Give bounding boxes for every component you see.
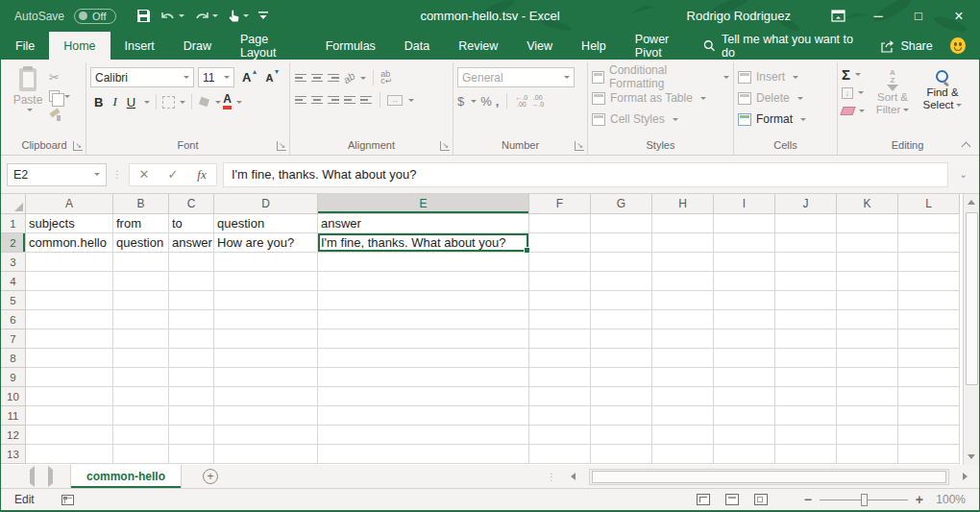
font-dialog-launcher-icon[interactable]: ↘	[277, 141, 286, 151]
cell-F11[interactable]	[529, 406, 591, 426]
redo-icon[interactable]	[191, 8, 221, 24]
cell-C10[interactable]	[169, 387, 214, 406]
accounting-format-icon[interactable]: $	[457, 94, 464, 109]
wrap-text-icon[interactable]: abc↵	[380, 71, 392, 85]
cell-styles-button[interactable]: Cell Styles	[592, 110, 729, 128]
cell-D7[interactable]	[214, 329, 318, 349]
cell-B12[interactable]	[113, 426, 169, 445]
cell-L1[interactable]	[898, 214, 960, 233]
formula-bar-expand-icon[interactable]: ⌄	[954, 169, 973, 180]
align-center-icon[interactable]	[310, 96, 324, 105]
column-header-F[interactable]: F	[529, 194, 591, 214]
bottom-align-icon[interactable]	[327, 74, 340, 83]
cell-E7[interactable]	[318, 329, 529, 349]
cell-L5[interactable]	[898, 291, 960, 310]
tab-view[interactable]: View	[512, 32, 567, 60]
cell-L7[interactable]	[898, 329, 960, 349]
feedback-smiley-icon[interactable]	[950, 37, 966, 54]
cell-D1[interactable]: question	[214, 214, 318, 233]
cell-J3[interactable]	[775, 253, 837, 272]
cell-E2[interactable]: I'm fine, thanks. What about you?	[318, 233, 529, 253]
scroll-down-icon[interactable]	[964, 449, 980, 465]
cell-E5[interactable]	[318, 291, 529, 310]
tab-review[interactable]: Review	[444, 32, 512, 60]
decrease-decimal-icon[interactable]: .00→.0	[531, 94, 544, 108]
font-color-icon[interactable]: A	[223, 94, 232, 110]
autosum-button[interactable]: Σ	[842, 67, 865, 82]
font-name-select[interactable]: Calibri	[90, 67, 194, 87]
cell-A6[interactable]	[26, 310, 113, 329]
cell-D4[interactable]	[214, 272, 318, 291]
cell-L11[interactable]	[898, 406, 960, 426]
hscroll-right-icon[interactable]	[957, 469, 973, 485]
row-header-1[interactable]: 1	[1, 214, 26, 233]
enter-button[interactable]: ✓	[159, 167, 187, 182]
fill-button[interactable]: ↓	[842, 85, 865, 100]
cell-K1[interactable]	[837, 214, 898, 233]
cell-B6[interactable]	[113, 310, 169, 329]
cell-D10[interactable]	[214, 387, 318, 406]
column-header-E[interactable]: E	[318, 194, 529, 214]
copy-button[interactable]	[49, 89, 70, 103]
tabbar-drag-handle[interactable]: ⋮	[547, 472, 557, 482]
save-icon[interactable]	[134, 7, 154, 25]
tab-file[interactable]: File	[1, 32, 49, 60]
cell-L3[interactable]	[898, 253, 960, 272]
cell-K4[interactable]	[837, 272, 898, 291]
cell-I8[interactable]	[714, 349, 775, 368]
hscroll-left-icon[interactable]	[565, 469, 581, 485]
cell-F5[interactable]	[529, 291, 591, 310]
view-normal-icon[interactable]	[697, 494, 710, 505]
cell-B13[interactable]	[113, 445, 169, 464]
cell-G5[interactable]	[591, 291, 652, 310]
row-header-3[interactable]: 3	[1, 253, 26, 272]
tab-formulas[interactable]: Formulas	[311, 32, 390, 60]
cell-I9[interactable]	[714, 368, 775, 387]
cell-A8[interactable]	[26, 349, 113, 368]
scroll-up-icon[interactable]	[964, 194, 980, 210]
cell-H1[interactable]	[652, 214, 714, 233]
maximize-button[interactable]: □	[898, 0, 939, 32]
format-cells-button[interactable]: Format	[738, 110, 806, 128]
cut-button[interactable]: ✂	[49, 70, 70, 84]
cell-G13[interactable]	[591, 445, 652, 464]
cell-L4[interactable]	[898, 272, 960, 291]
cell-G7[interactable]	[591, 329, 652, 349]
cell-F7[interactable]	[529, 329, 591, 349]
cell-B8[interactable]	[113, 349, 169, 368]
cell-B7[interactable]	[113, 329, 169, 349]
cell-B3[interactable]	[113, 253, 169, 272]
cell-F1[interactable]	[529, 214, 591, 233]
insert-cells-button[interactable]: Insert	[738, 68, 806, 85]
comma-style-icon[interactable]: ,	[496, 94, 500, 109]
align-right-icon[interactable]	[327, 96, 340, 105]
cell-H7[interactable]	[652, 329, 714, 349]
touch-mode-dropdown-icon[interactable]	[243, 14, 249, 17]
cell-E1[interactable]: answer	[318, 214, 529, 233]
share-button[interactable]: Share	[880, 39, 932, 53]
column-header-G[interactable]: G	[591, 194, 652, 214]
zoom-out-button[interactable]: −	[804, 492, 812, 507]
column-header-L[interactable]: L	[898, 194, 960, 214]
underline-button[interactable]: U	[123, 92, 139, 111]
clear-button[interactable]	[842, 104, 865, 118]
cell-E3[interactable]	[318, 253, 529, 272]
cell-C12[interactable]	[169, 426, 214, 445]
cell-K12[interactable]	[837, 426, 898, 445]
cell-G12[interactable]	[591, 426, 652, 445]
row-header-11[interactable]: 11	[1, 406, 26, 426]
row-header-4[interactable]: 4	[1, 272, 26, 291]
paste-dropdown-icon[interactable]	[27, 109, 33, 111]
cell-I6[interactable]	[714, 310, 775, 329]
close-button[interactable]: ×	[939, 0, 979, 32]
cell-C4[interactable]	[169, 272, 214, 291]
column-header-K[interactable]: K	[837, 194, 898, 214]
tab-page-layout[interactable]: Page Layout	[226, 32, 311, 60]
collapse-ribbon-icon[interactable]	[962, 141, 969, 149]
previous-sheet-icon[interactable]	[30, 470, 35, 483]
cell-J7[interactable]	[775, 329, 837, 349]
cell-J4[interactable]	[775, 272, 837, 291]
view-page-layout-icon[interactable]	[725, 494, 739, 505]
cell-J8[interactable]	[775, 349, 837, 368]
undo-icon[interactable]	[158, 8, 187, 24]
